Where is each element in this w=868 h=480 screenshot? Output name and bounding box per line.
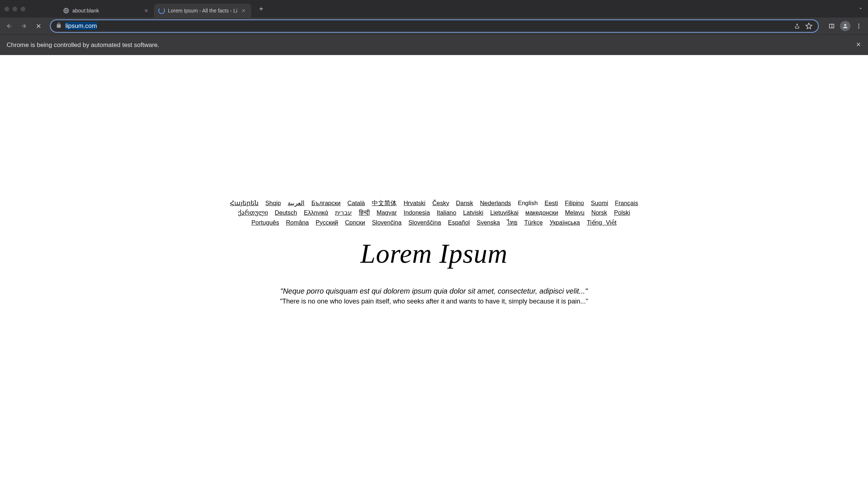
close-icon[interactable] bbox=[143, 7, 150, 14]
titlebar: about:blank Lorem Ipsum - All the facts … bbox=[0, 0, 868, 18]
info-bar-text: Chrome is being controlled by automated … bbox=[7, 41, 159, 49]
language-link[interactable]: Русский bbox=[316, 219, 338, 226]
language-link[interactable]: Հայերեն bbox=[230, 200, 259, 206]
language-link[interactable]: Català bbox=[347, 200, 365, 206]
quote-english: "There is no one who loves pain itself, … bbox=[214, 298, 655, 305]
toolbar-right bbox=[825, 20, 865, 32]
page-viewport[interactable]: Հայերեն Shqip العربية Български Català 中… bbox=[0, 55, 868, 480]
language-link[interactable]: Polski bbox=[614, 209, 630, 216]
language-link[interactable]: Ελληνικά bbox=[304, 209, 328, 216]
language-link[interactable]: Français bbox=[615, 200, 638, 206]
globe-icon bbox=[63, 7, 69, 14]
tab-title: Lorem Ipsum - All the facts - Li bbox=[168, 8, 237, 14]
language-link[interactable]: Slovenščina bbox=[408, 219, 441, 226]
tab-lorem-ipsum[interactable]: Lorem Ipsum - All the facts - Li bbox=[154, 4, 251, 18]
back-button[interactable] bbox=[3, 20, 15, 32]
language-link[interactable]: Suomi bbox=[591, 200, 608, 206]
toolbar: lipsum.com bbox=[0, 18, 868, 34]
language-link[interactable]: Slovenčina bbox=[372, 219, 402, 226]
tab-overflow-button[interactable] bbox=[856, 3, 866, 15]
language-link[interactable]: हिन्दी bbox=[359, 209, 370, 216]
share-icon[interactable] bbox=[793, 23, 801, 29]
quote-latin: "Neque porro quisquam est qui dolorem ip… bbox=[214, 287, 655, 295]
forward-button[interactable] bbox=[18, 20, 30, 32]
language-link[interactable]: Lietuviškai bbox=[490, 209, 518, 216]
side-panel-button[interactable] bbox=[825, 20, 838, 32]
language-link[interactable]: Melayu bbox=[565, 209, 584, 216]
window-zoom-button[interactable] bbox=[21, 7, 25, 11]
tab-about-blank[interactable]: about:blank bbox=[58, 4, 154, 18]
stop-reload-button[interactable] bbox=[32, 20, 45, 32]
tab-title: about:blank bbox=[72, 8, 140, 14]
language-link[interactable]: Deutsch bbox=[275, 209, 297, 216]
language-link[interactable]: Српски bbox=[345, 219, 365, 226]
language-link[interactable]: Česky bbox=[432, 200, 449, 206]
language-link[interactable]: Româna bbox=[286, 219, 309, 226]
window-controls bbox=[4, 7, 25, 11]
language-link[interactable]: Shqip bbox=[265, 200, 281, 206]
language-link[interactable]: Dansk bbox=[456, 200, 473, 206]
language-link[interactable]: ไทย bbox=[507, 219, 518, 226]
language-link[interactable]: Filipino bbox=[565, 200, 584, 206]
language-link[interactable]: ქართული bbox=[238, 209, 268, 216]
language-link[interactable]: Nederlands bbox=[480, 200, 511, 206]
chrome-menu-button[interactable] bbox=[853, 20, 865, 32]
language-link[interactable]: Türkçe bbox=[524, 219, 543, 226]
profile-button[interactable] bbox=[840, 21, 850, 31]
language-link[interactable]: Indonesia bbox=[404, 209, 430, 216]
close-icon[interactable] bbox=[240, 7, 247, 14]
language-link[interactable]: Українська bbox=[550, 219, 580, 226]
lock-icon[interactable] bbox=[56, 22, 62, 30]
new-tab-button[interactable] bbox=[256, 3, 267, 14]
language-link[interactable]: Tiếng Việt bbox=[587, 219, 616, 226]
language-link[interactable]: Svenska bbox=[477, 219, 500, 226]
tab-strip: about:blank Lorem Ipsum - All the facts … bbox=[58, 0, 868, 18]
url-text[interactable]: lipsum.com bbox=[65, 22, 789, 30]
loading-spinner-icon bbox=[158, 7, 165, 14]
close-icon[interactable] bbox=[856, 41, 861, 49]
language-link[interactable]: македонски bbox=[525, 209, 558, 216]
language-list: Հայերեն Shqip العربية Български Català 中… bbox=[214, 198, 655, 227]
address-bar-container: lipsum.com bbox=[50, 19, 819, 33]
language-link[interactable]: Hrvatski bbox=[404, 200, 426, 206]
language-link[interactable]: Latviski bbox=[463, 209, 483, 216]
language-current: English bbox=[518, 200, 538, 206]
language-link[interactable]: Italiano bbox=[437, 209, 456, 216]
language-link[interactable]: Magyar bbox=[377, 209, 397, 216]
language-link[interactable]: العربية bbox=[288, 200, 305, 206]
language-link[interactable]: Norsk bbox=[591, 209, 607, 216]
address-bar[interactable]: lipsum.com bbox=[50, 19, 819, 33]
language-link[interactable]: Português bbox=[252, 219, 279, 226]
language-link[interactable]: 中文简体 bbox=[372, 200, 397, 206]
language-link[interactable]: Eesti bbox=[544, 200, 558, 206]
language-link[interactable]: Български bbox=[311, 200, 341, 206]
page-title: Lorem Ipsum bbox=[214, 238, 655, 269]
window-minimize-button[interactable] bbox=[12, 7, 17, 11]
language-link[interactable]: Español bbox=[448, 219, 470, 226]
bookmark-star-icon[interactable] bbox=[805, 22, 813, 30]
automation-info-bar: Chrome is being controlled by automated … bbox=[0, 34, 868, 55]
page-content: Հայերեն Shqip العربية Български Català 中… bbox=[214, 55, 655, 305]
window-close-button[interactable] bbox=[4, 7, 9, 11]
language-link[interactable]: עברית bbox=[335, 209, 352, 216]
